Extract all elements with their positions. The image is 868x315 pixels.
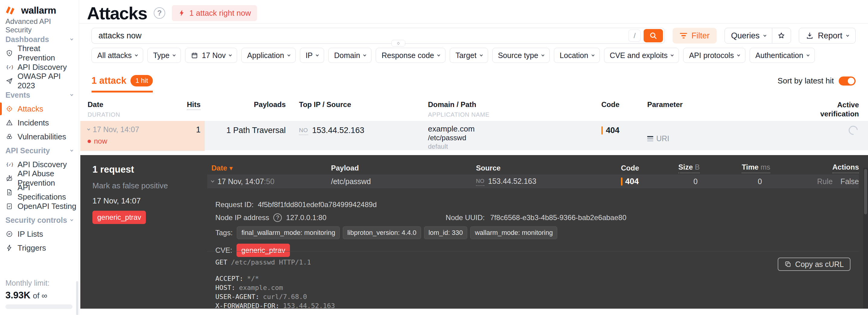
col-date-sort[interactable]: Date▾ [207, 164, 331, 172]
sidebar-item-threat-prevention[interactable]: Threat Prevention [0, 46, 79, 60]
filter-domain[interactable]: Domain [328, 48, 371, 63]
sort-desc-icon: ▾ [229, 165, 232, 172]
tag-chip[interactable]: wallarm_mode: monitoring [470, 226, 557, 239]
col-code: Code [601, 101, 619, 109]
attack-domain: example.com [428, 124, 594, 133]
filter-location[interactable]: Location [554, 48, 600, 63]
copy-as-curl-button[interactable]: Copy as cURL [778, 258, 850, 271]
http-header: X-FORWARDED-FOR:153.44.52.163 [215, 302, 859, 311]
rule-action-link[interactable]: Rule [817, 177, 832, 185]
page-header: Attacks ? 1 attack right now [87, 2, 257, 24]
sidebar-section-api-security[interactable]: API Security [0, 144, 79, 158]
search-input[interactable] [98, 31, 628, 40]
sidebar-item-openapi-testing[interactable]: OpenAPI Testing [0, 199, 79, 213]
scrollbar-thumb[interactable] [864, 169, 867, 214]
shield-bolt-icon [5, 49, 13, 57]
filter-source-type[interactable]: Source type [492, 48, 550, 63]
active-indicator [0, 103, 2, 115]
country-code-badge[interactable]: NO [476, 178, 485, 186]
sidebar-item-incidents[interactable]: Incidents [0, 116, 79, 130]
sidebar-item-label: IP Lists [18, 229, 43, 239]
active-verification-cell[interactable] [727, 121, 868, 151]
sort-by-latest-hit-toggle[interactable] [839, 77, 856, 86]
filter-ip[interactable]: IP [300, 48, 324, 63]
filter-application[interactable]: Application [241, 48, 296, 63]
chevron-down-icon [846, 33, 849, 36]
svg-text:{✓}: {✓} [6, 162, 13, 167]
queries-dropdown[interactable]: Queries [725, 28, 772, 43]
col-label: Size [678, 163, 693, 171]
filter-target[interactable]: Target [450, 48, 488, 63]
col-time[interactable]: Time ms [742, 163, 811, 173]
report-button-label: Report [818, 31, 842, 40]
request-row[interactable]: 17 Nov, 14:07:50 /etc/passwd NO 153.44.5… [207, 174, 859, 188]
node-ip-label: Node IP address [215, 213, 269, 222]
attack-type-tag[interactable]: generic_ptrav [92, 211, 146, 224]
tags-row: Tags: final_wallarm_mode: monitoring lib… [215, 226, 850, 239]
col-payloads: Payloads [254, 101, 286, 109]
question-icon[interactable]: ? [273, 213, 282, 222]
svg-text:{✓}: {✓} [6, 65, 13, 69]
sidebar-section-security-controls[interactable]: Security controls [0, 213, 79, 227]
sidebar-item-vulnerabilities[interactable]: Vulnerabilities [0, 130, 79, 144]
attack-alert-badge[interactable]: 1 attack right now [172, 5, 257, 21]
sidebar-item-label: Triggers [18, 244, 46, 253]
brand-logo[interactable]: wallarm [0, 0, 79, 16]
filter-authentication[interactable]: Authentication [750, 48, 814, 63]
pill-label: Response code [381, 51, 434, 60]
col-hits[interactable]: Hits [187, 101, 200, 118]
filter-api-protocols[interactable]: API protocols [683, 48, 745, 63]
col-actions[interactable]: Actions [811, 163, 859, 173]
http-header: ACCEPT:*/* [215, 274, 859, 283]
cve-row: CVE: generic_ptrav [215, 244, 850, 257]
attack-row[interactable]: 17 Nov, 14:07 now 1 1 Path Traversal NO … [80, 121, 868, 150]
pill-label: Type [153, 51, 169, 60]
tag-chip[interactable]: final_wallarm_mode: monitoring [237, 226, 340, 239]
filter-response-code[interactable]: Response code [376, 48, 445, 63]
toolbar: / Filter Queries Report [92, 28, 856, 44]
pill-label: All attacks [97, 51, 132, 60]
copy-as-curl-label: Copy as cURL [795, 260, 844, 269]
sidebar-item-api-specifications[interactable]: API Specifications [0, 185, 79, 199]
sidebar-item-ip-lists[interactable]: IP IP Lists [0, 227, 79, 241]
country-code-badge[interactable]: NO [299, 127, 308, 135]
request-details: Request ID: 4f5bf8f1fdd801edef0a78499942… [215, 200, 850, 261]
report-button[interactable]: Report [799, 28, 856, 44]
pill-label: Target [456, 51, 476, 60]
cve-tag[interactable]: generic_ptrav [237, 244, 290, 257]
attack-duration: now [94, 137, 107, 145]
filter-date[interactable]: 17 Nov [185, 48, 237, 63]
filter-type[interactable]: Type [147, 48, 181, 63]
search-button[interactable] [644, 29, 663, 42]
sidebar-item-label: Attacks [18, 104, 43, 114]
attack-path: /etc/passwd [428, 133, 594, 142]
sidebar-scrollbar[interactable] [76, 281, 78, 315]
col-size[interactable]: Size B [678, 163, 742, 173]
chevron-down-icon [479, 53, 483, 56]
panel-scrollbar[interactable] [863, 168, 868, 309]
search-collapse-handle[interactable] [392, 40, 405, 47]
help-icon[interactable]: ? [154, 7, 165, 19]
tab-attacks-count[interactable]: 1 attack 1 hit [92, 75, 153, 92]
tag-chip[interactable]: libproton_version: 4.4.0 [343, 226, 421, 239]
filter-button[interactable]: Filter [673, 28, 717, 44]
filter-cve-exploits[interactable]: CVE and exploits [604, 48, 679, 63]
favorite-query-button[interactable] [772, 28, 791, 43]
sidebar-item-attacks[interactable]: Attacks [0, 102, 79, 116]
col-active-verification: Active verification [814, 101, 859, 118]
sidebar-item-triggers[interactable]: Triggers [0, 241, 79, 255]
false-action-link[interactable]: False [840, 177, 859, 185]
chevron-down-icon [70, 93, 73, 96]
expand-chevron-icon [87, 127, 90, 131]
search-box: / [92, 28, 665, 44]
attack-code: 404 [606, 126, 619, 135]
section-label: Dashboards [5, 35, 49, 44]
mark-false-positive-link[interactable]: Mark as false positive [92, 181, 207, 191]
filter-all-attacks[interactable]: All attacks [92, 48, 143, 63]
chevron-down-icon [671, 53, 674, 56]
sidebar-item-label: OpenAPI Testing [18, 202, 76, 211]
tag-chip[interactable]: lom_id: 330 [424, 226, 467, 239]
filter-bar: All attacks Type 17 Nov Application IP D… [92, 48, 815, 63]
attack-date-cell[interactable]: 17 Nov, 14:07 now 1 [80, 121, 205, 151]
sidebar-item-owasp-api-2023[interactable]: OWASP API 2023 [0, 74, 79, 88]
